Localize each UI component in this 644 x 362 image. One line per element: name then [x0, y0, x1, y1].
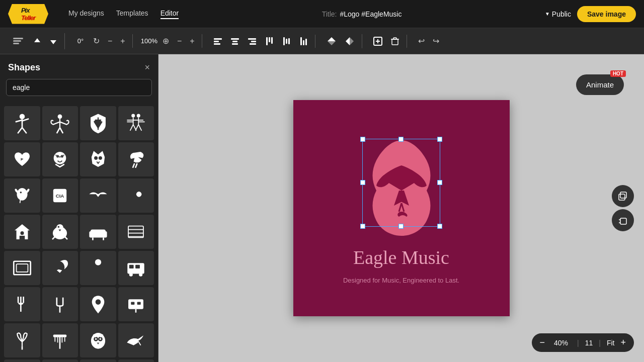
svg-rect-55 — [91, 230, 106, 238]
shape-fork-tool[interactable] — [4, 287, 40, 321]
shape-owl-round[interactable] — [80, 323, 116, 357]
shape-eagle-wings[interactable] — [4, 359, 40, 362]
shape-tuning-fork[interactable] — [42, 287, 78, 321]
add-element-button[interactable] — [370, 35, 385, 48]
flip-vertical-button[interactable] — [324, 34, 340, 48]
shape-eagle-profile[interactable] — [118, 142, 154, 176]
zoom-out-button[interactable]: − — [540, 337, 545, 348]
move-up-button[interactable] — [30, 35, 44, 47]
close-sidebar-button[interactable]: × — [144, 62, 150, 73]
rotation-plus[interactable]: + — [117, 35, 128, 48]
align-group — [206, 35, 315, 48]
layers-icon — [13, 35, 25, 47]
align-right-button[interactable] — [245, 35, 260, 48]
shape-arrows-vertical[interactable] — [80, 359, 116, 362]
shape-eagle-perched[interactable] — [4, 178, 40, 213]
shape-bus-sign[interactable] — [118, 287, 154, 321]
align-top-button[interactable] — [262, 35, 277, 48]
svg-rect-60 — [128, 226, 143, 238]
eagle-emblem-container — [351, 133, 452, 238]
zoom-plus[interactable]: + — [187, 35, 197, 48]
layers-button[interactable] — [10, 33, 28, 49]
shape-wishbone[interactable] — [4, 323, 40, 357]
move-down-button[interactable] — [46, 35, 60, 47]
shape-house[interactable] — [4, 215, 40, 249]
svg-rect-29 — [393, 38, 396, 39]
shape-fat-bird[interactable] — [42, 215, 78, 249]
shape-angry-bird[interactable] — [42, 142, 78, 176]
flip-horizontal-button[interactable] — [342, 34, 358, 48]
shape-icon — [87, 329, 109, 351]
zoom-fit-button[interactable]: Fit — [607, 339, 615, 347]
logo[interactable]: PixTeller — [8, 4, 48, 24]
copy-top-icon — [618, 192, 627, 201]
shape-bottle[interactable] — [42, 359, 78, 362]
align-left-button[interactable] — [210, 35, 225, 48]
nav-templates[interactable]: Templates — [116, 9, 148, 19]
page-number: 11 — [585, 339, 593, 347]
shape-flying-bird[interactable] — [80, 178, 116, 213]
svg-rect-5 — [231, 38, 239, 40]
shape-arrows-horizontal[interactable] — [118, 359, 154, 362]
nav-links: My designs Templates Editor — [68, 9, 179, 19]
shape-sofa[interactable] — [80, 215, 116, 249]
align-middle-button[interactable] — [279, 35, 294, 48]
shape-cia-badge[interactable]: CIA — [42, 178, 78, 213]
shape-person[interactable] — [4, 106, 40, 140]
title-display: Title: #Logo #EagleMusic — [191, 10, 533, 18]
arrow-down-icon — [49, 37, 57, 45]
logo-text: PixTeller — [21, 7, 35, 22]
shape-branch-bird[interactable] — [118, 178, 154, 213]
svg-rect-81 — [131, 302, 135, 305]
shape-crescent-bird[interactable] — [42, 251, 78, 285]
align-center-h-button[interactable] — [227, 35, 243, 48]
zoom-in-button[interactable]: + — [620, 337, 626, 348]
main-layout: Shapes × — [0, 54, 644, 362]
shape-heart-dove[interactable] — [4, 142, 40, 176]
svg-marker-23 — [350, 37, 354, 45]
design-canvas[interactable]: Eagle Music Designed for Music, Engineer… — [293, 100, 510, 316]
rotation-minus[interactable]: − — [105, 35, 115, 48]
svg-rect-56 — [89, 231, 93, 237]
shape-bus[interactable] — [118, 251, 154, 285]
svg-point-67 — [96, 268, 98, 269]
undo-button[interactable]: ↩ — [415, 34, 428, 48]
redo-button[interactable]: ↪ — [430, 34, 442, 48]
shape-icon — [125, 112, 147, 134]
shape-owl-head[interactable] — [80, 142, 116, 176]
nav-my-designs[interactable]: My designs — [68, 9, 104, 19]
rotate-button[interactable]: ↻ — [90, 34, 103, 48]
shape-frame[interactable] — [4, 251, 40, 285]
shape-dove-flying[interactable] — [118, 323, 154, 357]
cut-button[interactable] — [612, 209, 634, 231]
eagle-subtitle: Designed for Music, Engineered to Last. — [343, 277, 459, 284]
align-bottom-button[interactable] — [296, 35, 311, 48]
svg-rect-85 — [53, 335, 66, 337]
svg-rect-27 — [392, 39, 398, 45]
shape-eagle-shield[interactable] — [80, 106, 116, 140]
shape-rake[interactable] — [42, 323, 78, 357]
copy-bottom-icon — [618, 216, 627, 225]
zoom-bar: − 40% | 11 | Fit + — [532, 333, 634, 352]
shape-icon — [87, 112, 109, 134]
delete-element-button[interactable] — [387, 35, 403, 48]
shape-location-pin[interactable] — [80, 287, 116, 321]
svg-rect-2 — [214, 38, 222, 40]
zoom-icon-button[interactable]: ⊕ — [159, 34, 172, 48]
zoom-minus[interactable]: − — [174, 35, 185, 48]
shape-icon — [125, 185, 147, 207]
shape-winged-figure[interactable] — [42, 106, 78, 140]
public-button[interactable]: ▼ Public — [545, 10, 571, 18]
shape-gingerbread[interactable] — [80, 251, 116, 285]
duplicate-button[interactable] — [612, 185, 634, 207]
save-image-button[interactable]: Save image — [577, 6, 636, 22]
svg-rect-12 — [269, 37, 270, 42]
shape-striped-box[interactable] — [118, 215, 154, 249]
shape-icon — [11, 185, 33, 207]
nav-editor[interactable]: Editor — [160, 9, 179, 19]
animate-button[interactable]: HOT Animate — [576, 74, 624, 95]
canvas-area[interactable]: Eagle Music Designed for Music, Engineer… — [158, 54, 644, 362]
search-input[interactable] — [6, 79, 152, 96]
shape-double-eagle[interactable] — [118, 106, 154, 140]
shape-icon — [49, 329, 71, 351]
